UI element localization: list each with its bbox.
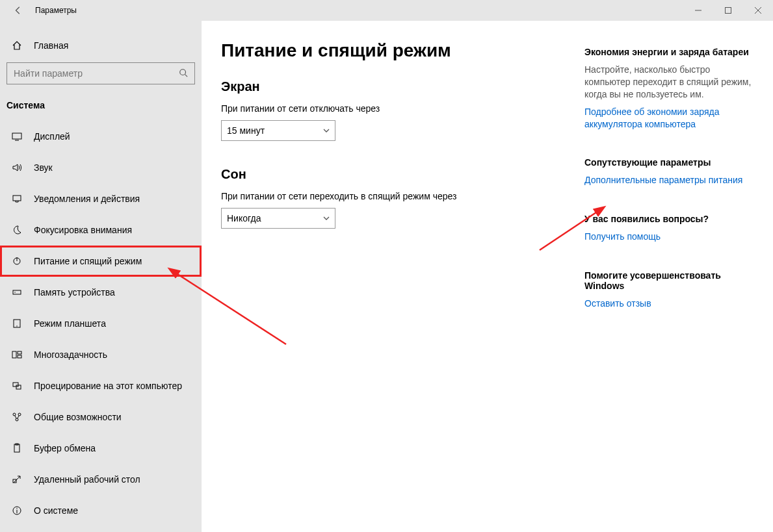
svg-point-12 [14,292,15,292]
aside-question-heading: У вас появились вопросы? [584,214,753,224]
svg-rect-25 [13,479,16,483]
screen-off-value: 15 минут [227,125,265,136]
aside-energy-heading: Экономия энергии и заряда батареи [584,47,753,57]
sleep-heading: Сон [221,167,584,182]
svg-rect-18 [13,383,18,386]
maximize-button[interactable] [713,0,743,21]
sidebar-home[interactable]: Главная [0,34,202,57]
sidebar-item-notifications[interactable]: Уведомления и действия [0,183,202,214]
page-title: Питание и спящий режим [221,40,584,61]
sidebar-item-shared[interactable]: Общие возможности [0,401,202,433]
sidebar-item-label: О системе [23,505,78,516]
sidebar-item-label: Общие возможности [23,412,122,422]
svg-rect-17 [18,355,21,358]
svg-point-21 [18,413,21,416]
screen-off-label: При питании от сети отключать через [221,103,584,114]
sidebar-item-clipboard[interactable]: Буфер обмена [0,433,202,464]
sidebar-item-projecting[interactable]: Проецирование на этот компьютер [0,370,202,401]
minimize-button[interactable] [683,0,713,21]
aside-feedback-link[interactable]: Оставить отзыв [584,298,753,310]
sidebar-item-sound[interactable]: Звук [0,152,202,183]
sidebar-item-label: Проецирование на этот компьютер [23,381,182,391]
home-icon [10,40,23,51]
svg-rect-8 [13,196,21,201]
shared-icon [10,412,23,422]
aside-feedback-heading: Помогите усовершенствовать Windows [584,270,753,291]
aside-related-heading: Сопутствующие параметры [584,157,753,168]
remote-icon [10,474,23,485]
screen-heading: Экран [221,79,584,94]
sidebar-item-label: Фокусировка внимания [23,225,132,235]
display-icon [10,131,23,142]
svg-line-5 [185,74,188,77]
chevron-down-icon [323,125,330,136]
svg-point-22 [16,418,18,421]
sidebar-item-label: Питание и спящий режим [23,256,142,266]
aside-related-link[interactable]: Дополнительные параметры питания [584,174,753,186]
sidebar-item-about[interactable]: О системе [0,495,202,526]
search-box[interactable] [7,62,195,84]
sidebar-item-label: Дисплей [23,131,70,142]
aside: Экономия энергии и заряда батареи Настро… [584,40,753,532]
search-input[interactable] [14,68,162,79]
multitask-icon [10,349,23,360]
screen-off-select[interactable]: 15 минут [221,120,335,141]
content: Питание и спящий режим Экран При питании… [202,21,773,532]
tablet-icon [10,318,23,329]
sleep-select[interactable]: Никогда [221,208,335,229]
svg-rect-23 [14,444,20,452]
moon-icon [10,225,23,235]
sidebar-item-focus[interactable]: Фокусировка внимания [0,214,202,246]
search-icon [179,68,188,79]
sidebar-section-label: Система [0,94,202,121]
sidebar-item-power[interactable]: Питание и спящий режим [0,246,202,277]
sidebar-item-label: Многозадачность [23,349,107,360]
storage-icon [10,287,23,298]
sidebar-item-tablet[interactable]: Режим планшета [0,308,202,339]
sidebar-item-multitask[interactable]: Многозадачность [0,339,202,370]
svg-point-28 [16,508,17,509]
svg-point-14 [16,325,17,326]
sidebar-item-label: Режим планшета [23,318,106,329]
svg-point-20 [13,413,16,416]
sound-icon [10,162,23,173]
chevron-down-icon [323,213,330,223]
sidebar-item-storage[interactable]: Память устройства [0,277,202,308]
svg-rect-11 [13,290,21,294]
sleep-label: При питании от сети переходить в спящий … [221,191,584,201]
aside-question-link[interactable]: Получить помощь [584,231,753,243]
power-icon [10,256,23,266]
sidebar-item-display[interactable]: Дисплей [0,121,202,152]
sidebar-item-label: Буфер обмена [23,443,96,453]
window-title: Параметры [31,6,77,15]
projecting-icon [10,381,23,391]
svg-rect-15 [12,351,16,358]
sidebar-item-label: Память устройства [23,287,115,298]
info-icon [10,505,23,516]
sidebar-item-remote[interactable]: Удаленный рабочий стол [0,464,202,495]
svg-rect-16 [18,351,21,354]
notifications-icon [10,194,23,204]
sidebar-home-label: Главная [23,40,68,51]
sidebar-nav: Дисплей Звук Уведомления и действия Фоку… [0,121,202,526]
svg-point-4 [180,69,186,75]
close-button[interactable] [743,0,773,21]
sidebar-item-label: Уведомления и действия [23,194,140,204]
clipboard-icon [10,443,23,453]
sidebar-item-label: Удаленный рабочий стол [23,474,140,485]
aside-energy-text: Настройте, насколько быстро компьютер пе… [584,64,753,101]
sidebar: Главная Система Дисплей Звук Уведомления… [0,21,202,532]
sleep-value: Никогда [227,213,261,223]
titlebar: Параметры [0,0,773,21]
svg-rect-6 [12,133,21,139]
svg-rect-1 [726,8,731,14]
back-button[interactable] [5,6,31,15]
aside-energy-link[interactable]: Подробнее об экономии заряда аккумулятор… [584,106,753,131]
sidebar-item-label: Звук [23,162,53,173]
